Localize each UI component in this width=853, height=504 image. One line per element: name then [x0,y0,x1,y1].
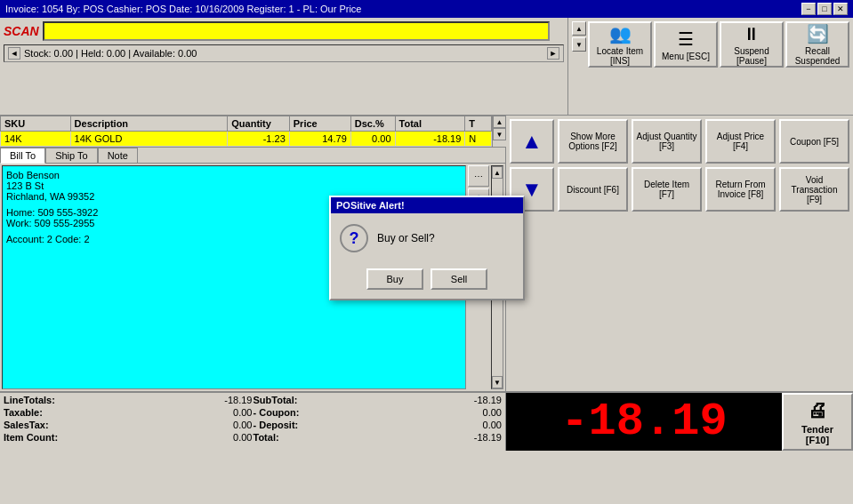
discount-button[interactable]: Discount [F6] [558,167,628,212]
minimize-button[interactable]: − [801,3,816,15]
table-section: SKU Description Quantity Price Dsc.% Tot… [0,116,506,148]
header-price: Price [289,116,350,132]
deposit-row: - Deposit: 0.00 [253,420,503,430]
header-dsc: Dsc.% [350,116,395,132]
bottom-area: LineTotals: -18.19 Taxable: 0.00 SalesTa… [0,391,853,451]
table-scrollbar[interactable]: ▲ ▼ [492,116,506,147]
menu-button[interactable]: ☰ Menu [ESC] [654,21,718,68]
dialog: POSitive Alert! ? Buy or Sell? Buy Sell [329,196,525,300]
total-value: -18.19 [457,432,502,443]
cell-total: -18.19 [395,132,465,147]
totals-col-left: LineTotals: -18.19 Taxable: 0.00 SalesTa… [4,395,253,449]
display-amount: -18.19 [560,396,727,448]
deposit-label: - Deposit: [253,420,299,430]
totals-col-right: SubTotal: -18.19 - Coupon: 0.00 - Deposi… [253,395,503,449]
cell-dsc: 0.00 [350,132,395,147]
toolbar-down-button[interactable]: ▼ [572,37,586,52]
cell-price: 14.79 [289,132,350,147]
scroll-up[interactable]: ▲ [493,116,506,128]
tender-icon: 🖨 [808,399,827,422]
deposit-value: 0.00 [457,420,502,430]
return-from-invoice-button[interactable]: Return FromInvoice [F8] [705,167,776,212]
header-t: T [465,116,492,132]
customer-address1: 123 B St [6,180,462,191]
suspend-icon: ⏸ [743,24,760,44]
scan-area: SCAN ◄ Stock: 0.00 | Held: 0.00 | Availa… [0,18,567,115]
bill-tabs: Bill To Ship To Note [0,148,505,164]
header-qty: Quantity [228,116,290,132]
top-area: SCAN ◄ Stock: 0.00 | Held: 0.00 | Availa… [0,18,853,116]
adjust-price-button[interactable]: Adjust Price [F4] [705,119,776,164]
customer-name: Bob Benson [6,170,462,180]
adjust-quantity-button[interactable]: Adjust Quantity[F3] [632,119,702,164]
locate-item-button[interactable]: 👥 Locate Item[INS] [588,21,652,68]
tab-bill-to[interactable]: Bill To [0,148,45,164]
menu-label: Menu [ESC] [662,52,710,61]
right-row-2: ▼ Discount [F6] Delete Item [F7] Return … [510,167,849,212]
right-row-1: ▲ Show MoreOptions [F2] Adjust Quantity[… [510,119,849,164]
cell-desc: 14K GOLD [70,132,228,147]
suspend-button[interactable]: ⏸ Suspend[Pause] [720,21,784,68]
recall-label: RecallSuspended [795,46,841,66]
total-label: Total: [253,432,279,443]
up-arrow-button[interactable]: ▲ [510,119,554,164]
buy-button[interactable]: Buy [366,268,423,290]
total-row: Total: -18.19 [253,432,503,443]
locate-label: Locate Item[INS] [597,46,643,66]
sales-tax-value: 0.00 [208,420,253,430]
show-more-button[interactable]: Show MoreOptions [F2] [558,119,628,164]
void-transaction-button[interactable]: VoidTransaction [F9] [779,167,849,212]
dialog-title: POSitive Alert! [331,197,523,213]
dialog-icon: ? [340,224,368,252]
toolbar: ▲ ▼ 👥 Locate Item[INS] ☰ Menu [ESC] ⏸ Su… [567,18,853,115]
tender-label: Tender[F10] [801,424,833,445]
bill-scroll-down[interactable]: ▼ [492,376,503,388]
tender-button[interactable]: 🖨 Tender[F10] [782,393,853,451]
sales-tax-label: SalesTax: [4,420,49,430]
cell-sku: 14K [1,132,71,147]
stock-next-button[interactable]: ► [547,47,559,60]
toolbar-row: ▲ ▼ 👥 Locate Item[INS] ☰ Menu [ESC] ⏸ Su… [572,21,849,68]
taxable-label: Taxable: [4,407,43,418]
delete-item-button[interactable]: Delete Item [F7] [632,167,702,212]
tab-note[interactable]: Note [98,148,138,163]
dialog-body: ? Buy or Sell? [331,213,523,263]
table-row[interactable]: 14K 14K GOLD -1.23 14.79 0.00 -18.19 N [1,132,492,147]
stock-bar: ◄ Stock: 0.00 | Held: 0.00 | Available: … [4,44,564,62]
sales-tax-row: SalesTax: 0.00 [4,420,253,430]
header-sku: SKU [1,116,71,132]
header-desc: Description [70,116,228,132]
dialog-message: Buy or Sell? [377,232,435,244]
item-table: SKU Description Quantity Price Dsc.% Tot… [0,116,492,147]
line-totals-row: LineTotals: -18.19 [4,395,253,405]
bill-scroll-up[interactable]: ▲ [492,166,503,179]
scan-label: SCAN [4,24,39,38]
item-count-label: Item Count: [4,432,58,443]
maximize-button[interactable]: □ [817,3,832,15]
toolbar-nav: ▲ ▼ [572,21,586,68]
scan-row: SCAN [4,21,564,41]
menu-icon: ☰ [678,28,694,50]
coupon-button[interactable]: Coupon [F5] [779,119,849,164]
dialog-buttons: Buy Sell [331,263,523,299]
sell-button[interactable]: Sell [431,268,487,290]
coupon-row: - Coupon: 0.00 [253,407,503,418]
stock-text: Stock: 0.00 | Held: 0.00 | Available: 0.… [20,48,547,59]
close-button[interactable]: ✕ [833,3,848,15]
cell-qty: -1.23 [228,132,290,147]
toolbar-up-button[interactable]: ▲ [572,21,586,36]
scroll-down[interactable]: ▼ [493,128,506,140]
suspend-label: Suspend[Pause] [734,46,769,66]
bill-edit-button[interactable]: ⋯ [468,165,489,187]
scan-input[interactable] [43,21,550,41]
recall-suspended-button[interactable]: 🔄 RecallSuspended [785,21,849,68]
display-area: -18.19 [506,393,782,451]
tab-ship-to[interactable]: Ship To [45,148,98,163]
title-controls: − □ ✕ [801,3,848,15]
locate-icon: 👥 [609,23,632,44]
subtotal-label: SubTotal: [253,395,298,405]
subtotal-row: SubTotal: -18.19 [253,395,503,405]
stock-prev-button[interactable]: ◄ [8,47,20,60]
title-text: Invoice: 1054 By: POS Cashier: POS Date:… [5,4,361,14]
cell-t: N [465,132,492,147]
